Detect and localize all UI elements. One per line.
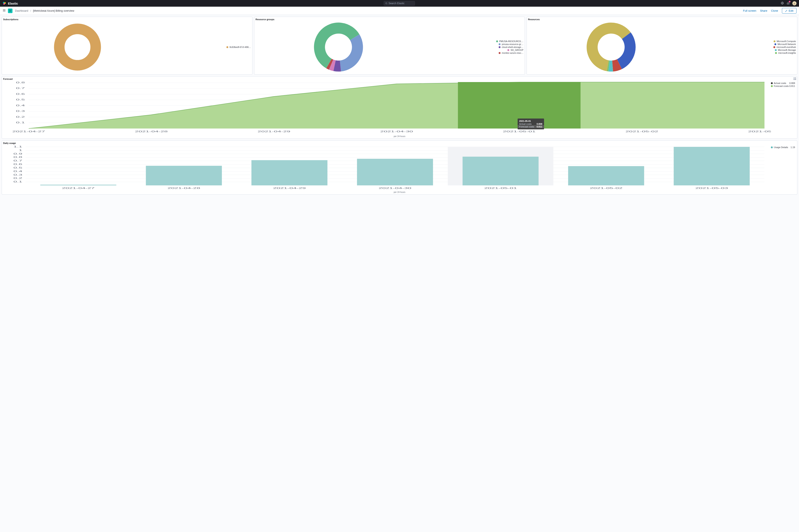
pencil-icon bbox=[785, 10, 787, 12]
svg-text:0.2: 0.2 bbox=[16, 116, 25, 118]
svg-rect-71 bbox=[251, 160, 327, 185]
svg-text:2021-05-03: 2021-05-03 bbox=[695, 187, 728, 189]
clone-link[interactable]: Clone bbox=[771, 9, 778, 12]
legend-dot-icon bbox=[773, 46, 775, 48]
svg-point-2 bbox=[3, 3, 5, 5]
legend-item[interactable]: microsoft.eventhub bbox=[773, 46, 796, 48]
legend-item[interactable]: cloud-shell-storage… bbox=[499, 46, 524, 48]
svg-rect-19 bbox=[794, 79, 795, 80]
panel-options-icon[interactable] bbox=[793, 77, 797, 81]
svg-text:2021-05-02: 2021-05-02 bbox=[626, 130, 658, 133]
legend-dot-icon bbox=[508, 49, 509, 51]
svg-rect-74 bbox=[568, 166, 644, 186]
notification-dot-icon bbox=[789, 1, 791, 2]
tooltip-actual-val: 0.808 bbox=[536, 123, 543, 125]
svg-text:2021-05-02: 2021-05-02 bbox=[590, 187, 623, 189]
legend-dot-icon bbox=[775, 52, 777, 54]
legend-item[interactable]: Microsoft.Network bbox=[775, 43, 796, 45]
legend-actual-val: 0.808 bbox=[789, 82, 795, 84]
share-link[interactable]: Share bbox=[760, 9, 767, 12]
daily-legend-label: Usage Details bbox=[774, 146, 788, 149]
search-icon bbox=[385, 2, 388, 5]
legend-item[interactable]: monitor-azure-reso… bbox=[499, 52, 524, 54]
legend-dot-icon bbox=[499, 52, 500, 54]
svg-rect-17 bbox=[794, 77, 795, 78]
svg-text:2021-04-30: 2021-04-30 bbox=[380, 130, 413, 133]
daily-xlabel: per 24 hours bbox=[3, 191, 796, 193]
nav-menu-icon[interactable] bbox=[2, 9, 6, 13]
svg-text:2021-04-27: 2021-04-27 bbox=[12, 130, 45, 133]
legend-item[interactable]: SD_GROUP bbox=[508, 49, 524, 51]
panel-title: Forecast bbox=[3, 78, 796, 80]
svg-rect-73 bbox=[463, 157, 539, 185]
breadcrumb-separator-icon: / bbox=[30, 9, 31, 12]
svg-text:1.1: 1.1 bbox=[13, 146, 22, 148]
legend-item[interactable]: Microsoft.Compute bbox=[774, 40, 796, 42]
help-icon[interactable] bbox=[781, 1, 784, 5]
panel-title: Resource groups bbox=[255, 18, 524, 21]
svg-rect-69 bbox=[40, 185, 116, 185]
breadcrumb: Dashboard / [Metricbeat Azure] Billing o… bbox=[15, 9, 74, 12]
svg-text:0.6: 0.6 bbox=[16, 93, 25, 95]
legend-item[interactable]: microsoft.insights bbox=[775, 52, 796, 54]
forecast-tooltip: 2021-05-01 Actual costs 0.808 Forecast c… bbox=[518, 118, 544, 129]
app-badge[interactable]: D bbox=[8, 8, 13, 13]
dashboard-body: Subscriptions 8c63bedf-67cf-496… Resourc… bbox=[0, 15, 799, 196]
legend-dot-icon bbox=[496, 40, 498, 42]
global-search-input[interactable]: Search Elastic bbox=[384, 1, 415, 6]
svg-rect-18 bbox=[795, 77, 796, 78]
svg-point-6 bbox=[782, 2, 783, 3]
global-header: Elastic Search Elastic p bbox=[0, 0, 799, 7]
legend-label: Microsoft.Network bbox=[778, 43, 796, 45]
svg-text:2021-04-27: 2021-04-27 bbox=[62, 187, 95, 189]
daily-usage-chart[interactable]: 0.10.20.30.40.50.60.70.80.911.12021-04-2… bbox=[3, 145, 771, 191]
newsfeed-icon[interactable] bbox=[786, 1, 790, 5]
forecast-chart[interactable]: 0.10.20.30.40.50.60.70.82021-04-272021-0… bbox=[3, 81, 771, 135]
svg-text:0.8: 0.8 bbox=[13, 156, 22, 158]
legend-item[interactable]: PMUSA-RESOURCE… bbox=[496, 40, 524, 42]
svg-text:2021-04-29: 2021-04-29 bbox=[273, 187, 306, 189]
svg-text:0.5: 0.5 bbox=[16, 98, 25, 101]
tooltip-date: 2021-05-01 bbox=[519, 120, 543, 122]
svg-text:2021-04-28: 2021-04-28 bbox=[135, 130, 168, 133]
svg-text:2021-05-03: 2021-05-03 bbox=[748, 130, 771, 133]
legend-label: pmusa-resource-gr… bbox=[502, 43, 524, 45]
panel-title: Daily usage bbox=[3, 142, 796, 144]
panel-resource-groups: Resource groups PMUSA-RESOURCE…pmusa-res… bbox=[254, 17, 525, 75]
legend-label: cloud-shell-storage… bbox=[502, 46, 524, 48]
panel-title: Resources bbox=[528, 18, 796, 21]
panel-forecast: Forecast 0.10.20.30.40.50.60.70.82021-04… bbox=[2, 76, 797, 139]
legend-dot-icon bbox=[774, 40, 776, 42]
svg-text:0.5: 0.5 bbox=[13, 167, 22, 169]
svg-rect-72 bbox=[357, 159, 433, 185]
legend-item[interactable]: pmusa-resource-gr… bbox=[499, 43, 524, 45]
svg-text:2021-04-28: 2021-04-28 bbox=[168, 187, 200, 189]
legend-label: microsoft.eventhub bbox=[777, 46, 796, 48]
edit-button[interactable]: Edit bbox=[782, 8, 797, 14]
svg-text:0.7: 0.7 bbox=[16, 87, 25, 89]
search-placeholder: Search Elastic bbox=[388, 2, 404, 5]
legend-label: SD_GROUP bbox=[511, 49, 524, 51]
legend-item[interactable]: 8c63bedf-67cf-496… bbox=[226, 46, 251, 48]
legend-dot-icon bbox=[499, 46, 500, 48]
legend-forecast-val: 0.811 bbox=[789, 85, 795, 87]
legend-label: monitor-azure-reso… bbox=[502, 52, 524, 54]
subscriptions-donut[interactable] bbox=[54, 23, 101, 71]
resource-groups-donut[interactable] bbox=[313, 22, 363, 72]
legend-label: Microsoft.Storage bbox=[778, 49, 796, 51]
daily-legend: Usage Details 1.19 bbox=[771, 145, 796, 191]
fullscreen-link[interactable]: Full screen bbox=[743, 9, 756, 12]
legend-item[interactable]: Microsoft.Storage bbox=[775, 49, 796, 51]
panel-title: Subscriptions bbox=[3, 18, 251, 21]
legend-label: PMUSA-RESOURCE… bbox=[499, 40, 524, 42]
resources-donut[interactable] bbox=[586, 22, 636, 72]
forecast-xlabel: per 24 hours bbox=[3, 135, 796, 137]
breadcrumb-root[interactable]: Dashboard bbox=[15, 9, 28, 12]
user-avatar[interactable]: p bbox=[792, 1, 797, 5]
elastic-logo-icon bbox=[2, 1, 6, 5]
svg-text:2021-04-29: 2021-04-29 bbox=[258, 130, 290, 133]
svg-text:0.3: 0.3 bbox=[16, 110, 25, 112]
svg-text:2021-04-30: 2021-04-30 bbox=[379, 187, 411, 189]
panel-subscriptions: Subscriptions 8c63bedf-67cf-496… bbox=[2, 17, 252, 75]
svg-point-3 bbox=[385, 2, 387, 4]
